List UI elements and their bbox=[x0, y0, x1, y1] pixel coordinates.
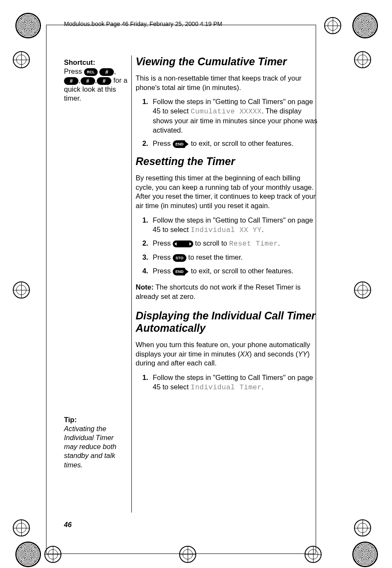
section-title-individual: Displaying the Individual Call Timer Aut… bbox=[136, 310, 319, 334]
lcd-text: Reset Timer bbox=[229, 240, 278, 248]
note-body: The shortcuts do not work if the Reset T… bbox=[136, 283, 301, 300]
italic-var: XX bbox=[240, 350, 250, 358]
shortcut-label: Shortcut: bbox=[64, 58, 95, 66]
body-text: ) and seconds ( bbox=[250, 350, 298, 358]
tip-body: Activating the Individual Timer may redu… bbox=[64, 425, 116, 468]
step-text: Press bbox=[153, 139, 173, 147]
step-text: . bbox=[261, 383, 264, 391]
step-item: Follow the steps in "Getting to Call Tim… bbox=[150, 216, 319, 235]
step-item: Follow the steps in "Getting to Call Tim… bbox=[150, 373, 319, 392]
target-mark-icon bbox=[44, 546, 61, 563]
step-text: to scroll to bbox=[193, 239, 229, 247]
individual-steps: Follow the steps in "Getting to Call Tim… bbox=[136, 373, 319, 392]
shortcut-box: Shortcut: Press RCL #, #,#,# for a quick… bbox=[64, 58, 128, 103]
target-mark-icon bbox=[354, 51, 371, 68]
target-mark-icon bbox=[13, 281, 30, 298]
rcl-key-icon: RCL bbox=[84, 68, 98, 76]
cumulative-intro: This is a non-resettable timer that keep… bbox=[136, 74, 319, 93]
hash-key-icon: # bbox=[81, 77, 95, 85]
step-item: Press STO to reset the timer. bbox=[150, 253, 319, 262]
hash-key-icon: # bbox=[99, 68, 114, 76]
target-mark-icon bbox=[179, 546, 196, 563]
step-item: Press to scroll to Reset Timer. bbox=[150, 239, 319, 249]
end-key-icon: END bbox=[173, 140, 185, 148]
target-mark-icon bbox=[305, 546, 322, 563]
step-text: to exit, or scroll to other features. bbox=[189, 267, 293, 275]
section-title-cumulative: Viewing the Cumulative Timer bbox=[136, 55, 319, 68]
sidebar-column: Shortcut: Press RCL #, #,#,# for a quick… bbox=[64, 55, 128, 103]
step-text: . bbox=[278, 239, 280, 247]
column-divider bbox=[131, 55, 132, 513]
cumulative-steps: Follow the steps in "Getting to Call Tim… bbox=[136, 97, 319, 148]
step-text: Press bbox=[153, 253, 173, 261]
step-item: Press END to exit, or scroll to other fe… bbox=[150, 139, 319, 148]
individual-intro: When you turn this feature on, your phon… bbox=[136, 340, 319, 368]
target-mark-icon bbox=[13, 519, 30, 536]
step-item: Press END to exit, or scroll to other fe… bbox=[150, 267, 319, 276]
hash-key-icon: # bbox=[64, 77, 78, 85]
registration-mark-icon bbox=[15, 542, 41, 567]
lcd-text: Cumulative XXXXX bbox=[191, 107, 261, 116]
book-header: Modulous.book Page 46 Friday, February 2… bbox=[64, 20, 222, 27]
step-text: Press bbox=[153, 239, 173, 247]
target-mark-icon bbox=[324, 17, 341, 34]
target-mark-icon bbox=[354, 519, 371, 536]
end-key-icon: END bbox=[173, 268, 185, 275]
registration-mark-icon bbox=[352, 542, 378, 567]
tip-box: Tip: Activating the Individual Timer may… bbox=[64, 415, 128, 469]
note-label: Note: bbox=[136, 283, 154, 291]
lcd-text: Individual Timer bbox=[191, 383, 261, 391]
resetting-intro: By resetting this timer at the beginning… bbox=[136, 174, 319, 211]
page-number: 46 bbox=[64, 521, 72, 529]
step-text: Press bbox=[153, 267, 173, 275]
registration-mark-icon bbox=[15, 13, 41, 38]
crop-rule-left bbox=[46, 25, 46, 554]
step-text: to exit, or scroll to other features. bbox=[189, 139, 293, 147]
sto-key-icon: STO bbox=[173, 254, 186, 262]
step-text: to reset the timer. bbox=[186, 253, 243, 261]
target-mark-icon bbox=[354, 281, 371, 298]
reset-note: Note: The shortcuts do not work if the R… bbox=[136, 283, 319, 301]
section-title-resetting: Resetting the Timer bbox=[136, 155, 319, 168]
italic-var: YY bbox=[298, 350, 308, 358]
step-item: Follow the steps in "Getting to Call Tim… bbox=[150, 97, 319, 135]
lcd-text: Individual XX YY bbox=[191, 226, 261, 234]
scroll-key-icon bbox=[173, 241, 193, 247]
shortcut-press: Press bbox=[64, 67, 84, 75]
resetting-steps: Follow the steps in "Getting to Call Tim… bbox=[136, 216, 319, 276]
tip-label: Tip: bbox=[64, 416, 77, 423]
main-column: Viewing the Cumulative Timer This is a n… bbox=[136, 55, 319, 399]
registration-mark-icon bbox=[352, 13, 378, 38]
step-text: . bbox=[261, 226, 264, 233]
hash-key-icon: # bbox=[97, 77, 111, 85]
target-mark-icon bbox=[13, 51, 30, 68]
